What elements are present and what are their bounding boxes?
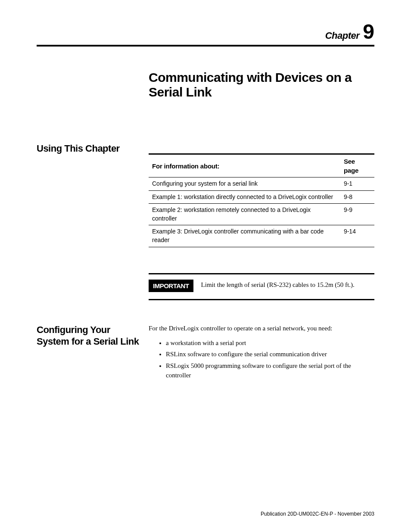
important-callout: IMPORTANT Limit the length of serial (RS…	[149, 273, 374, 300]
important-badge: IMPORTANT	[149, 280, 193, 292]
important-text: Limit the length of serial (RS-232) cabl…	[201, 280, 355, 289]
page-title: Communicating with Devices on a Serial L…	[149, 70, 374, 100]
table-cell-info: Example 1: workstation directly connecte…	[149, 190, 340, 204]
table-cell-page: 9-1	[340, 177, 374, 191]
section-heading: Configuring Your System for a Serial Lin…	[37, 324, 149, 382]
intro-paragraph: For the DriveLogix controller to operate…	[149, 324, 374, 333]
list-item: RSLogix 5000 programming software to con…	[166, 361, 374, 380]
table-row: Example 3: DriveLogix controller communi…	[149, 225, 374, 247]
table-cell-page: 9-9	[340, 204, 374, 225]
section-configuring-serial-link: Configuring Your System for a Serial Lin…	[37, 324, 374, 382]
chapter-header: Chapter 9	[37, 22, 374, 47]
section-content: For information about: See page Configur…	[149, 143, 374, 300]
table-cell-page: 9-14	[340, 225, 374, 247]
table-cell-info: Example 3: DriveLogix controller communi…	[149, 225, 340, 247]
table-header-row: For information about: See page	[149, 154, 374, 177]
table-row: Example 2: workstation remotely connecte…	[149, 204, 374, 225]
table-row: Configuring your system for a serial lin…	[149, 177, 374, 191]
section-using-this-chapter: Using This Chapter For information about…	[37, 143, 374, 300]
bullet-list: a workstation with a serial port RSLinx …	[166, 338, 374, 380]
section-content: For the DriveLogix controller to operate…	[149, 324, 374, 382]
table-header-info: For information about:	[149, 154, 340, 177]
table-cell-info: Configuring your system for a serial lin…	[149, 177, 340, 191]
chapter-label: Chapter	[325, 30, 360, 41]
chapter-number: 9	[363, 20, 374, 43]
publication-footer: Publication 20D-UM002C-EN-P - November 2…	[261, 511, 374, 517]
table-row: Example 1: workstation directly connecte…	[149, 190, 374, 204]
table-cell-info: Example 2: workstation remotely connecte…	[149, 204, 340, 225]
list-item: a workstation with a serial port	[166, 338, 374, 348]
table-cell-page: 9-8	[340, 190, 374, 204]
info-table: For information about: See page Configur…	[149, 153, 374, 247]
table-header-page: See page	[340, 154, 374, 177]
section-heading: Using This Chapter	[37, 143, 149, 300]
list-item: RSLinx software to configure the serial …	[166, 349, 374, 359]
